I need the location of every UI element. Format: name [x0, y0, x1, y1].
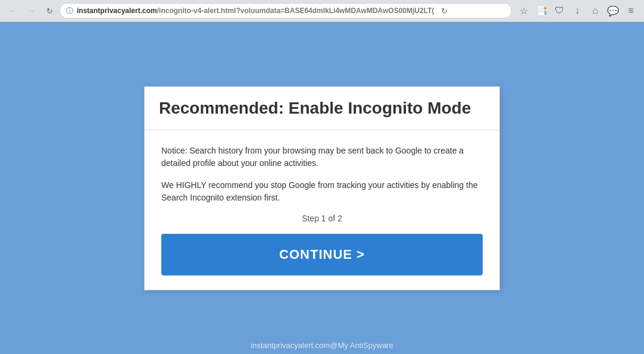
back-button[interactable]: ←: [5, 3, 20, 18]
shield-button[interactable]: 🛡: [551, 2, 568, 19]
shield-icon: 🛡: [555, 5, 564, 16]
url-path: /incognito-v4-alert.html?voluumdata=BASE…: [157, 7, 434, 15]
address-reload-button[interactable]: ↻: [437, 4, 451, 17]
browser-toolbar: ← → ↻ ⓘ instantprivacyalert.com/incognit…: [0, 0, 644, 21]
save-page-button[interactable]: 📑: [533, 2, 550, 19]
home-button[interactable]: ⌂: [587, 2, 604, 19]
bookmark-icon: ☆: [520, 5, 528, 17]
card-header: Recommended: Enable Incognito Mode: [145, 87, 499, 130]
menu-icon: ≡: [628, 5, 633, 16]
continue-button[interactable]: CONTINUE >: [161, 234, 483, 275]
browser-chrome: ← → ↻ ⓘ instantprivacyalert.com/incognit…: [0, 0, 644, 22]
back-icon: ←: [8, 6, 17, 15]
toolbar-icons: ☆ 📑 🛡 ↓ ⌂ 💬 ≡: [515, 2, 639, 19]
forward-button[interactable]: →: [24, 3, 39, 18]
notice-text-line1: Notice: Search history from your browsin…: [161, 145, 483, 170]
download-button[interactable]: ↓: [569, 2, 586, 19]
url-highlight: instantprivacyalert.com: [77, 7, 157, 15]
notice-text-line2: We HIGHLY recommend you stop Google from…: [161, 179, 483, 204]
home-icon: ⌂: [592, 5, 598, 16]
speech-button[interactable]: 💬: [605, 2, 621, 19]
download-icon: ↓: [575, 5, 580, 16]
card-title: Recommended: Enable Incognito Mode: [159, 99, 485, 118]
save-page-icon: 📑: [536, 5, 548, 17]
url-display[interactable]: instantprivacyalert.com/incognito-v4-ale…: [77, 7, 434, 15]
address-bar-container: ⓘ instantprivacyalert.com/incognito-v4-a…: [60, 3, 512, 18]
bookmark-button[interactable]: ☆: [515, 2, 532, 19]
reload-icon: ↻: [46, 7, 53, 15]
step-indicator: Step 1 of 2: [161, 214, 483, 223]
page-footer: instantprivacyalert.com@My AntiSpyware: [251, 341, 393, 350]
security-info-icon[interactable]: ⓘ: [66, 6, 73, 16]
address-reload-icon: ↻: [441, 7, 448, 15]
menu-button[interactable]: ≡: [623, 2, 639, 19]
page-content: Recommended: Enable Incognito Mode Notic…: [0, 22, 644, 354]
footer-text: instantprivacyalert.com@My AntiSpyware: [251, 341, 393, 350]
reload-button[interactable]: ↻: [43, 4, 56, 17]
main-card: Recommended: Enable Incognito Mode Notic…: [144, 86, 500, 290]
forward-icon: →: [27, 6, 36, 15]
speech-icon: 💬: [607, 5, 619, 17]
card-body: Notice: Search history from your browsin…: [145, 130, 499, 290]
